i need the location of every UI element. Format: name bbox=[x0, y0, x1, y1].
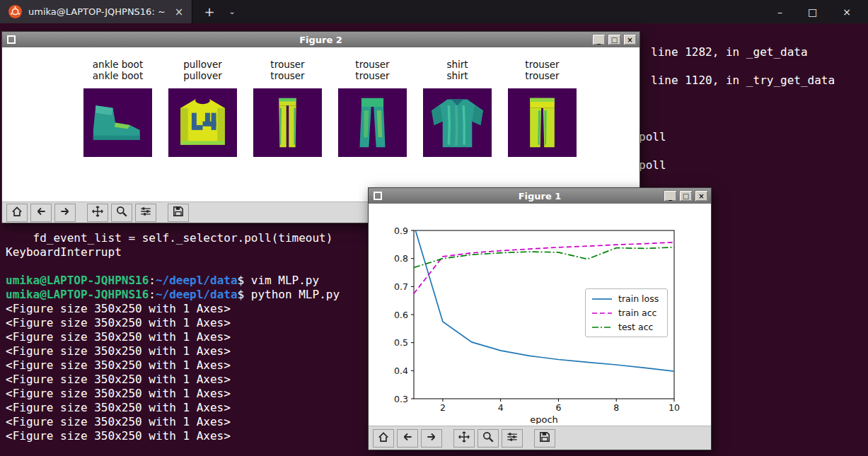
toolbar-back-button[interactable] bbox=[30, 204, 52, 222]
toolbar-pan-button[interactable] bbox=[453, 429, 475, 448]
terminal-window-controls: – □ × bbox=[777, 6, 868, 18]
fashion-image-pullover bbox=[168, 88, 237, 157]
back-icon bbox=[35, 205, 47, 220]
sample-cell-3: trousertrouser bbox=[253, 59, 322, 157]
home-icon bbox=[11, 205, 23, 220]
figure1-maximize-button[interactable]: □ bbox=[679, 190, 693, 201]
svg-text:4: 4 bbox=[498, 402, 504, 413]
svg-text:epoch: epoch bbox=[530, 414, 558, 424]
terminal-tab[interactable]: umika@LAPTOP-JQHPNS16: ~ × bbox=[0, 0, 192, 23]
terminal-line: line 1120, in _try_get_data bbox=[651, 74, 835, 88]
figure2-minimize-button[interactable]: _ bbox=[592, 34, 606, 45]
svg-text:0.7: 0.7 bbox=[394, 281, 408, 292]
figure1-toolbar bbox=[369, 426, 711, 450]
sample-title: trousertrouser bbox=[338, 59, 407, 81]
sample-cell-5: shirtshirt bbox=[423, 59, 492, 157]
terminal-prompt-line: umika@LAPTOP-JQHPNS16:~/deepl/data$ pyth… bbox=[6, 288, 340, 302]
sample-title: trousertrouser bbox=[508, 59, 577, 81]
zoom-icon bbox=[482, 431, 494, 445]
toolbar-zoom-button[interactable] bbox=[111, 204, 132, 222]
toolbar-forward-button[interactable] bbox=[421, 429, 442, 448]
svg-text:2: 2 bbox=[440, 402, 446, 413]
prompt-colon: : bbox=[149, 288, 156, 301]
toolbar-home-button[interactable] bbox=[373, 429, 394, 448]
terminal-minimize-button[interactable]: – bbox=[777, 6, 782, 18]
figure1-titlebar[interactable]: Figure 1 _ □ × bbox=[369, 188, 711, 204]
terminal-line: <Figure size 350x250 with 1 Axes> bbox=[6, 358, 340, 373]
toolbar-home-button[interactable] bbox=[6, 204, 28, 222]
figure2-close-button[interactable]: × bbox=[623, 34, 637, 45]
legend-entry: train acc bbox=[591, 308, 659, 318]
terminal-line: <Figure size 350x250 with 1 Axes> bbox=[6, 302, 340, 316]
save-icon bbox=[172, 205, 185, 220]
toolbar-save-button[interactable] bbox=[534, 429, 555, 448]
terminal-line: <Figure size 350x250 with 1 Axes> bbox=[6, 330, 340, 344]
fashion-image-trouser bbox=[253, 88, 322, 157]
window-menu-icon[interactable] bbox=[374, 192, 382, 200]
figure1-minimize-button[interactable]: _ bbox=[664, 190, 677, 201]
svg-text:10: 10 bbox=[669, 402, 680, 413]
legend-label: test acc bbox=[618, 322, 653, 332]
figure2-title: Figure 2 bbox=[2, 35, 640, 45]
figure1-title: Figure 1 bbox=[369, 191, 711, 201]
sample-cell-6: trousertrouser bbox=[508, 59, 577, 157]
terminal-line: <Figure size 350x250 with 1 Axes> bbox=[6, 429, 340, 443]
figure2-titlebar[interactable]: Figure 2 _ □ × bbox=[2, 32, 640, 47]
terminal-line: <Figure size 350x250 with 1 Axes> bbox=[6, 373, 340, 387]
configure-icon bbox=[139, 205, 152, 220]
toolbar-save-button[interactable] bbox=[168, 204, 189, 222]
zoom-icon bbox=[115, 205, 128, 220]
forward-icon bbox=[59, 205, 71, 220]
terminal-line: <Figure size 350x250 with 1 Axes> bbox=[6, 401, 340, 415]
save-icon bbox=[538, 431, 551, 445]
svg-text:0.4: 0.4 bbox=[394, 366, 408, 376]
fashion-image-trouser bbox=[508, 88, 577, 157]
configure-icon bbox=[506, 431, 519, 445]
prompt-colon: : bbox=[149, 274, 156, 287]
window-menu-icon[interactable] bbox=[7, 35, 16, 44]
terminal-maximize-button[interactable]: □ bbox=[808, 6, 817, 18]
terminal-close-button[interactable]: × bbox=[843, 6, 851, 18]
terminal-line: <Figure size 350x250 with 1 Axes> bbox=[6, 415, 340, 429]
prompt-dollar: $ bbox=[238, 274, 245, 287]
prompt-path: ~/deepl/data bbox=[156, 274, 238, 287]
toolbar-back-button[interactable] bbox=[397, 429, 418, 448]
terminal-line: <Figure size 350x250 with 1 Axes> bbox=[6, 344, 340, 358]
sample-title: pulloverpullover bbox=[168, 59, 237, 81]
prompt-command: vim MLP.py bbox=[244, 274, 319, 287]
svg-text:0.6: 0.6 bbox=[394, 310, 408, 320]
prompt-command: python MLP.py bbox=[244, 288, 340, 301]
terminal-line: <Figure size 350x250 with 1 Axes> bbox=[6, 387, 340, 401]
toolbar-configure-button[interactable] bbox=[502, 429, 523, 448]
svg-text:0.3: 0.3 bbox=[394, 394, 408, 404]
prompt-dollar: $ bbox=[238, 288, 245, 301]
figure1-close-button[interactable]: × bbox=[695, 190, 708, 201]
figure1-canvas[interactable]: 2468100.30.40.50.60.70.80.9epoch train l… bbox=[369, 204, 711, 426]
svg-text:0.8: 0.8 bbox=[394, 253, 408, 264]
new-tab-button[interactable]: + bbox=[204, 4, 214, 19]
svg-text:0.5: 0.5 bbox=[394, 337, 408, 348]
legend-entry: train loss bbox=[591, 293, 659, 304]
terminal-tab-title: umika@LAPTOP-JQHPNS16: ~ bbox=[28, 6, 166, 17]
fashion-image-shirt bbox=[423, 88, 492, 157]
svg-text:6: 6 bbox=[555, 402, 561, 413]
terminal-prompt-line: umika@LAPTOP-JQHPNS16:~/deepl/data$ vim … bbox=[6, 274, 340, 288]
figure2-canvas[interactable]: ankle bootankle boot pulloverpullover bbox=[2, 47, 640, 201]
tab-close-icon[interactable]: × bbox=[175, 6, 184, 18]
legend-entry: test acc bbox=[591, 322, 659, 332]
terminal-header: umika@LAPTOP-JQHPNS16: ~ × + ⌄ – □ × bbox=[0, 0, 868, 23]
legend-label: train loss bbox=[618, 293, 659, 304]
toolbar-zoom-button[interactable] bbox=[478, 429, 499, 448]
terminal-line: fd_event_list = self._selector.poll(time… bbox=[6, 231, 340, 245]
ubuntu-logo-icon bbox=[8, 5, 22, 18]
toolbar-forward-button[interactable] bbox=[54, 204, 76, 222]
prompt-path: ~/deepl/data bbox=[156, 288, 238, 301]
figure1-window: Figure 1 _ □ × 2468100.30.40.50.60.70.80… bbox=[368, 187, 712, 450]
sample-title: shirtshirt bbox=[423, 59, 492, 81]
toolbar-pan-button[interactable] bbox=[87, 204, 108, 222]
figure2-maximize-button[interactable]: □ bbox=[608, 34, 621, 45]
home-icon bbox=[377, 431, 390, 445]
toolbar-configure-button[interactable] bbox=[135, 204, 156, 222]
tab-list-chevron-icon[interactable]: ⌄ bbox=[228, 7, 235, 16]
sample-cell-2: pulloverpullover bbox=[168, 59, 237, 157]
